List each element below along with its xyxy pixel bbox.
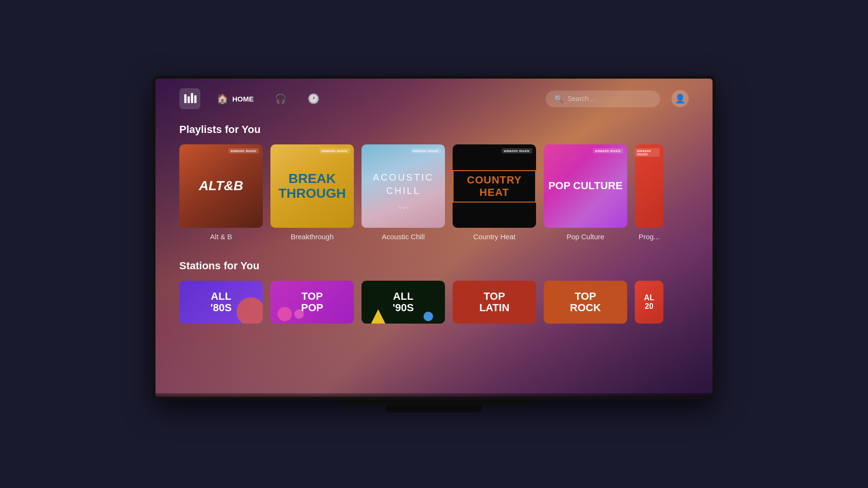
station-toplatin-line1: TOP xyxy=(484,290,505,302)
card-popculture-text: POP CULTURE xyxy=(548,180,623,192)
station-top-rock[interactable]: TOP ROCK xyxy=(544,281,627,324)
svg-rect-3 xyxy=(194,95,196,103)
history-icon: 🕐 xyxy=(308,93,320,104)
stations-row: ALL '80S TOP POP xyxy=(179,281,689,324)
card-image-alt-b: amazon music ALT&B xyxy=(179,144,263,228)
search-icon: 🔍 xyxy=(554,94,564,103)
stations-section: Stations for You ALL '80S xyxy=(179,260,689,324)
station-90s-line1: ALL xyxy=(393,290,413,302)
station-top-pop[interactable]: TOP POP xyxy=(270,281,354,324)
playlist-card-alt-b[interactable]: amazon music ALT&B Alt & B xyxy=(179,144,263,241)
playlists-section: Playlists for You amazon music ALT&B Alt… xyxy=(179,123,689,241)
station-90s-circle xyxy=(424,312,433,321)
card-label-acoustic-chill: Acoustic Chill xyxy=(362,233,445,241)
card-image-popculture: amazon music POP CULTURE xyxy=(544,144,627,228)
search-bar[interactable]: 🔍 xyxy=(546,91,660,107)
amazon-badge-partial: amazon music xyxy=(635,148,660,157)
playlist-card-partial[interactable]: amazon music Prog... xyxy=(635,144,663,241)
playlist-card-pop-culture[interactable]: amazon music POP CULTURE Pop Culture xyxy=(544,144,627,241)
playlist-card-breakthrough[interactable]: amazon music BREAKTHROUGH Breakthrough xyxy=(270,144,354,241)
station-80s-decoration xyxy=(237,297,263,324)
amazon-badge-popculture: amazon music xyxy=(593,148,623,153)
app-logo[interactable] xyxy=(179,88,200,109)
card-country-text: COUNTRY HEAT xyxy=(453,170,536,203)
card-breakthrough-text: BREAKTHROUGH xyxy=(279,172,346,201)
station-90s-line2: '90S xyxy=(393,302,413,314)
svg-rect-0 xyxy=(184,94,186,103)
card-acoustic-text: ACOUSTICCHILL xyxy=(373,171,434,202)
card-image-acoustic: amazon music ACOUSTICCHILL xyxy=(362,144,445,228)
card-image-country: amazon music COUNTRY HEAT xyxy=(453,144,536,228)
station-90s-text: ALL '90S xyxy=(393,291,413,314)
card-label-pop-culture: Pop Culture xyxy=(544,233,627,241)
nav-home[interactable]: 🏠 HOME xyxy=(212,90,258,107)
wavy-underline xyxy=(373,199,434,202)
amazon-badge-acoustic: amazon music xyxy=(411,148,441,153)
station-toppop-text: TOP POP xyxy=(301,291,323,314)
playlist-card-country-heat[interactable]: amazon music COUNTRY HEAT Country Heat xyxy=(453,144,536,241)
tv-bottom-bezel xyxy=(155,393,713,397)
nav-headphones[interactable]: 🎧 xyxy=(270,90,291,107)
tv-stand-top xyxy=(339,400,529,406)
playlists-title: Playlists for You xyxy=(179,123,689,136)
station-80s-text: ALL '80S xyxy=(210,291,231,314)
station-80s-line2: '80S xyxy=(210,302,231,314)
user-avatar[interactable]: 👤 xyxy=(672,90,689,107)
card-altb-text: ALT&B xyxy=(199,179,243,193)
station-90s-triangle xyxy=(371,309,385,324)
station-toplatin-line2: LATIN xyxy=(479,302,509,314)
card-label-country-heat: Country Heat xyxy=(453,233,536,241)
amazon-badge-breakthrough: amazon music xyxy=(320,148,350,153)
search-input[interactable] xyxy=(568,95,651,102)
amazon-badge-altb: amazon music xyxy=(228,148,259,153)
card-label-alt-b: Alt & B xyxy=(179,233,263,241)
amazon-badge-country: amazon music xyxy=(502,148,532,153)
playlists-row: amazon music ALT&B Alt & B amazon music … xyxy=(179,144,689,241)
card-image-breakthrough: amazon music BREAKTHROUGH xyxy=(270,144,354,228)
nav-bar: 🏠 HOME 🎧 🕐 🔍 👤 xyxy=(179,88,689,109)
card-label-breakthrough: Breakthrough xyxy=(270,233,354,241)
station-partial-text: AL 20 xyxy=(644,294,654,310)
user-icon: 👤 xyxy=(675,93,685,104)
home-icon: 🏠 xyxy=(217,93,228,104)
card-label-partial: Prog... xyxy=(635,233,663,241)
card-image-partial: amazon music xyxy=(635,144,663,228)
station-toprock-line2: ROCK xyxy=(570,302,601,314)
svg-rect-2 xyxy=(191,93,193,103)
station-partial-line2: 20 xyxy=(645,302,653,310)
station-80s-line1: ALL xyxy=(211,290,231,302)
tv-screen: 🏠 HOME 🎧 🕐 🔍 👤 xyxy=(153,76,715,400)
station-toppop-deco1 xyxy=(278,307,292,321)
nav-history[interactable]: 🕐 xyxy=(303,90,324,107)
station-toprock-text: TOP ROCK xyxy=(570,291,601,314)
tv-stand-base xyxy=(386,406,482,412)
station-all-90s[interactable]: ALL '90S xyxy=(362,281,445,324)
svg-rect-1 xyxy=(187,96,190,103)
logo-icon xyxy=(183,92,196,105)
station-partial-line1: AL xyxy=(644,294,654,302)
headphones-icon: 🎧 xyxy=(275,93,287,104)
station-top-latin[interactable]: TOP LATIN xyxy=(453,281,536,324)
playlist-card-acoustic-chill[interactable]: amazon music ACOUSTICCHILL Acoustic Chil… xyxy=(362,144,445,241)
station-toplatin-text: TOP LATIN xyxy=(479,291,509,314)
station-toppop-line1: TOP xyxy=(301,290,323,302)
station-partial[interactable]: AL 20 xyxy=(635,281,663,324)
nav-home-label: HOME xyxy=(232,95,254,103)
station-all-80s[interactable]: ALL '80S xyxy=(179,281,263,324)
station-toprock-line1: TOP xyxy=(575,290,596,302)
station-toppop-line2: POP xyxy=(301,302,323,314)
stations-title: Stations for You xyxy=(179,260,689,272)
